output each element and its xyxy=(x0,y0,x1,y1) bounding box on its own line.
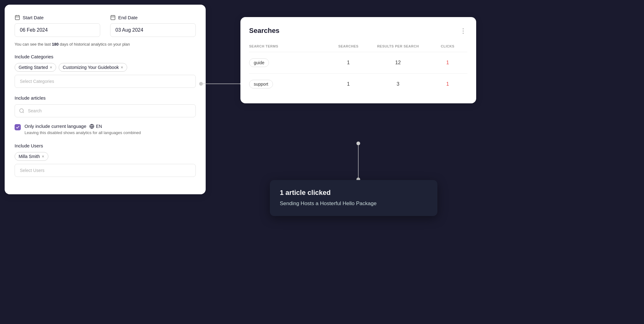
start-date-input[interactable] xyxy=(15,23,100,37)
search-term-cell: support xyxy=(249,80,329,88)
language-code: EN xyxy=(96,124,102,129)
table-row: guide 1 12 1 xyxy=(249,52,467,74)
col-results-per-search: RESULTS PER SEARCH xyxy=(368,44,428,48)
search-term-badge: support xyxy=(249,80,273,88)
select-categories[interactable]: Select Categories xyxy=(15,75,196,88)
svg-rect-0 xyxy=(15,16,20,20)
users-tags: Milla Smith × xyxy=(15,152,196,161)
language-checkbox-row: Only include current language EN Leaving… xyxy=(15,124,196,136)
filter-panel: Start Date End Date You can see the last… xyxy=(5,5,206,194)
col-searches: SEARCHES xyxy=(329,44,368,48)
results-per-search: 12 xyxy=(368,60,428,65)
searches-title: Searches xyxy=(249,27,280,35)
end-date-label-text: End Date xyxy=(118,15,138,20)
tooltip-article: Sending Hosts a Hosterful Hello Package xyxy=(280,200,427,207)
results-per-search: 3 xyxy=(368,81,428,87)
end-date-field: End Date xyxy=(110,15,196,37)
searches-count: 1 xyxy=(329,81,368,87)
end-date-input[interactable] xyxy=(110,23,196,37)
search-icon xyxy=(19,108,25,114)
select-users[interactable]: Select Users xyxy=(15,164,196,177)
searches-panel: Searches ⋮ SEARCH TERMS SEARCHES RESULTS… xyxy=(240,17,476,103)
language-checkbox[interactable] xyxy=(15,124,21,130)
remove-getting-started[interactable]: × xyxy=(50,65,52,70)
svg-point-8 xyxy=(20,109,23,112)
calendar-icon-end xyxy=(110,15,116,20)
checkbox-main-label: Only include current language xyxy=(25,124,86,129)
start-date-label-text: Start Date xyxy=(23,15,44,20)
tag-getting-started: Getting Started × xyxy=(15,63,56,72)
start-date-label: Start Date xyxy=(15,15,100,20)
tooltip-title: 1 article clicked xyxy=(280,189,427,197)
searches-count: 1 xyxy=(329,60,368,65)
svg-rect-4 xyxy=(111,16,115,20)
language-badge: EN xyxy=(89,124,102,129)
col-search-terms: SEARCH TERMS xyxy=(249,44,329,48)
clicks-count: 1 xyxy=(428,81,467,87)
articles-search-input[interactable] xyxy=(15,104,196,117)
date-range-row: Start Date End Date xyxy=(15,15,196,37)
search-term-badge: guide xyxy=(249,58,269,67)
articles-label: Include articles xyxy=(15,95,196,101)
svg-line-9 xyxy=(23,112,24,113)
end-date-label: End Date xyxy=(110,15,196,20)
table-header: SEARCH TERMS SEARCHES RESULTS PER SEARCH… xyxy=(249,42,467,52)
start-date-field: Start Date xyxy=(15,15,100,37)
remove-customizing[interactable]: × xyxy=(121,65,123,70)
tag-milla-smith: Milla Smith × xyxy=(15,152,48,161)
table-row: support 1 3 1 xyxy=(249,74,467,95)
categories-tags: Getting Started × Customizing Your Guide… xyxy=(15,63,196,72)
globe-icon xyxy=(89,124,94,129)
language-checkbox-text: Only include current language EN Leaving… xyxy=(25,124,196,136)
checkbox-sublabel: Leaving this disabled shows analytics fo… xyxy=(25,130,196,136)
tag-customizing: Customizing Your Guidebook × xyxy=(59,63,127,72)
plan-note: You can see the last 180 days of histori… xyxy=(15,42,196,47)
calendar-icon xyxy=(15,15,20,20)
col-clicks: CLICKS xyxy=(428,44,467,48)
tooltip-panel: 1 article clicked Sending Hosts a Hoster… xyxy=(270,180,437,216)
check-icon xyxy=(16,125,20,129)
remove-milla-smith[interactable]: × xyxy=(42,154,44,159)
search-term-cell: guide xyxy=(249,58,329,67)
more-options-button[interactable]: ⋮ xyxy=(459,26,467,36)
svg-point-15 xyxy=(356,142,360,145)
clicks-count: 1 xyxy=(428,60,467,65)
users-label: Include Users xyxy=(15,143,196,148)
searches-header: Searches ⋮ xyxy=(249,26,467,36)
categories-label: Include Categories xyxy=(15,54,196,59)
articles-search-wrapper xyxy=(15,104,196,117)
